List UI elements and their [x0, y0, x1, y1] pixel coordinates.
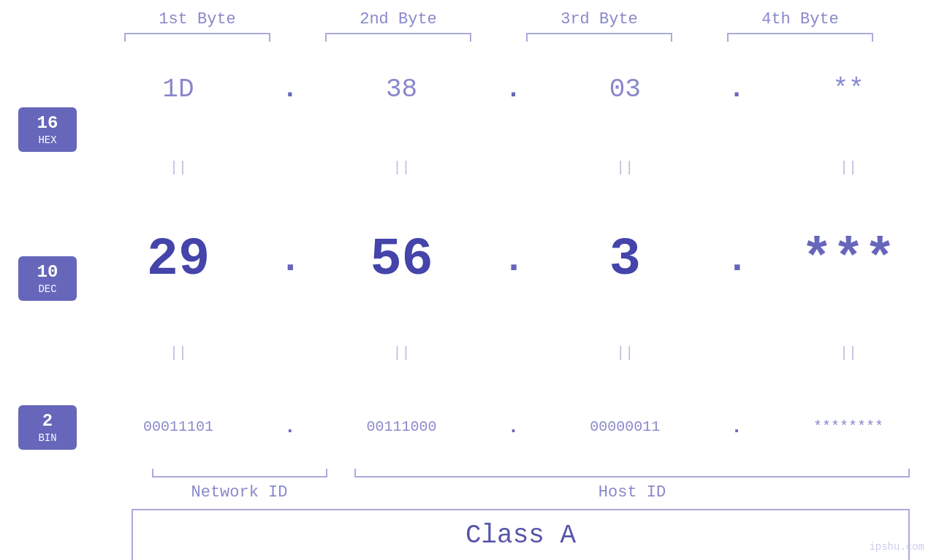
eq1-2: ||: [322, 159, 482, 176]
dot-bin-2: .: [502, 416, 524, 438]
host-id-section: Host ID: [354, 469, 910, 502]
eq1-1: ||: [98, 159, 259, 176]
eq2-4: ||: [768, 345, 929, 361]
bin-val-4: ********: [768, 418, 929, 435]
id-sections: Network ID Host ID: [132, 469, 910, 502]
byte2-header: 2nd Byte: [318, 10, 479, 28]
equals-row-1: || || || ||: [88, 159, 939, 176]
hex-val-1: 1D: [98, 74, 259, 104]
bin-num: 2: [27, 411, 68, 431]
class-bar: Class A: [132, 509, 910, 560]
dec-val-1: 29: [98, 230, 259, 290]
network-id-label: Network ID: [191, 483, 287, 502]
dec-val-3: 3: [544, 230, 705, 290]
dec-row: 29 . 56 . 3 . ***: [88, 230, 939, 290]
dot-dec-1: .: [279, 239, 301, 282]
bin-val-2: 00111000: [322, 418, 482, 435]
hex-val-3: 03: [544, 74, 705, 104]
class-label: Class A: [465, 521, 576, 551]
main-container: 1st Byte 2nd Byte 3rd Byte 4th Byte 16 H…: [0, 0, 939, 560]
watermark: ipshu.com: [869, 541, 924, 553]
bracket-top-3: [526, 33, 672, 42]
hex-badge: 16 HEX: [18, 107, 77, 152]
dec-badge: 10 DEC: [18, 256, 77, 301]
hex-val-2: 38: [322, 74, 482, 104]
equals-row-2: || || || ||: [88, 345, 939, 361]
dot-hex-3: .: [726, 74, 748, 104]
bin-badge: 2 BIN: [18, 405, 77, 450]
eq1-3: ||: [544, 159, 705, 176]
dot-dec-2: .: [502, 239, 524, 282]
bracket-top-4: [727, 33, 873, 42]
byte1-header: 1st Byte: [117, 10, 278, 28]
bin-row: 00011101 . 00111000 . 00000011 . *******…: [88, 416, 939, 438]
byte4-header: 4th Byte: [720, 10, 881, 28]
bracket-top-1: [124, 33, 270, 42]
base-labels: 16 HEX 10 DEC 2 BIN: [0, 47, 88, 560]
dec-val-2: 56: [322, 230, 482, 290]
bin-val-3: 00000011: [544, 418, 705, 435]
eq1-4: ||: [768, 159, 929, 176]
dot-hex-2: .: [502, 74, 524, 104]
host-id-label: Host ID: [598, 483, 666, 502]
dot-hex-1: .: [279, 74, 301, 104]
dot-bin-1: .: [279, 416, 301, 438]
hex-num: 16: [27, 113, 68, 133]
hex-name: HEX: [27, 134, 68, 146]
eq2-3: ||: [544, 345, 705, 361]
hex-row: 1D . 38 . 03 . **: [88, 74, 939, 104]
byte3-header: 3rd Byte: [519, 10, 680, 28]
eq2-2: ||: [322, 345, 482, 361]
hex-val-4: **: [768, 74, 929, 104]
dec-num: 10: [27, 262, 68, 282]
bracket-top-2: [325, 33, 471, 42]
dot-bin-3: .: [726, 416, 748, 438]
bin-val-1: 00011101: [98, 418, 259, 435]
eq2-1: ||: [98, 345, 259, 361]
network-bracket: [152, 469, 327, 477]
dec-name: DEC: [27, 283, 68, 295]
dot-dec-3: .: [726, 239, 748, 282]
dec-val-4: ***: [768, 230, 929, 290]
bin-name: BIN: [27, 432, 68, 444]
host-bracket: [354, 469, 910, 477]
network-id-section: Network ID: [132, 469, 347, 502]
